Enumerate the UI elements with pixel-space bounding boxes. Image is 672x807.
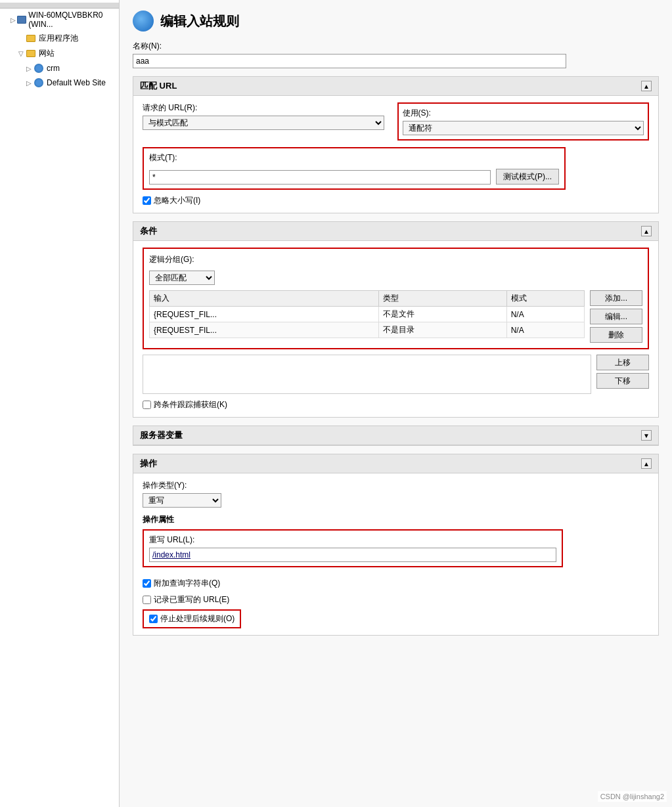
conditions-area: 输入 类型 模式 {REQUEST_FIL... 不是文件 (149, 290, 642, 343)
action-section: 操作 ▲ 操作类型(Y): 重写 操作属性 重写 URL(L): (133, 454, 659, 636)
append-query-label: 附加查询字符串(Q) (154, 578, 220, 589)
arrow-icon (18, 35, 25, 42)
log-rewrite-label: 记录已重写的 URL(E) (154, 594, 229, 605)
request-url-col: 请求的 URL(R): 与模式匹配 (143, 102, 384, 130)
server-icon (16, 14, 27, 25)
action-type-select[interactable]: 重写 (143, 493, 221, 508)
main-content: 编辑入站规则 名称(N): 匹配 URL ▲ 请求的 URL(R): 与模式匹配 (120, 0, 672, 807)
conditions-table: 输入 类型 模式 {REQUEST_FIL... 不是文件 (149, 290, 585, 338)
cell-type: 不是文件 (378, 307, 506, 322)
down-button[interactable]: 下移 (596, 373, 649, 389)
sidebar-item-apppool[interactable]: 应用程序池 (0, 31, 119, 46)
sidebar-item-label: crm (47, 64, 60, 73)
arrow-icon: ▷ (26, 65, 33, 72)
pattern-container: 模式(T): 测试模式(P)... (143, 147, 566, 190)
sidebar-item-label: WIN-60MQLVBBKR0 (WIN... (28, 11, 116, 29)
edit-button[interactable]: 编辑... (590, 309, 642, 324)
sidebar-item-label: Default Web Site (47, 78, 106, 87)
sidebar-item-label: 网站 (39, 48, 55, 59)
server-variables-toggle[interactable]: ▼ (641, 430, 652, 441)
using-select[interactable]: 通配符 (403, 121, 644, 135)
stop-processing-checkbox[interactable] (149, 615, 158, 623)
sidebar-header (0, 3, 119, 9)
cell-input: {REQUEST_FIL... (150, 307, 379, 322)
action-toggle[interactable]: ▲ (641, 458, 652, 469)
match-url-toggle[interactable]: ▲ (641, 81, 652, 91)
watermark: CSDN @lijinshang2 (598, 791, 667, 802)
ignore-case-checkbox[interactable] (143, 196, 151, 205)
pattern-input-row: 测试模式(P)... (149, 169, 559, 185)
action-body: 操作类型(Y): 重写 操作属性 重写 URL(L): (133, 473, 658, 635)
arrow-icon: ▷ (26, 79, 33, 87)
sidebar-item-label: 应用程序池 (39, 33, 78, 44)
match-url-header[interactable]: 匹配 URL ▲ (133, 77, 658, 96)
page-title: 编辑入站规则 (160, 12, 239, 30)
log-rewrite-checkbox[interactable] (143, 596, 151, 604)
sidebar-item-defaultsite[interactable]: ▷ Default Web Site (0, 76, 119, 90)
globe-icon (33, 77, 45, 88)
name-label: 名称(N): (133, 41, 659, 52)
empty-table (143, 355, 591, 394)
name-input[interactable] (133, 54, 566, 68)
sidebar-item-crm[interactable]: ▷ crm (0, 61, 119, 76)
conditions-header[interactable]: 条件 ▲ (133, 222, 658, 241)
server-variables-title: 服务器变量 (140, 429, 183, 441)
action-type-label: 操作类型(Y): (143, 480, 649, 491)
move-buttons: 上移 下移 (596, 355, 649, 394)
rewrite-url-label: 重写 URL(L): (149, 534, 556, 546)
conditions-buttons: 添加... 编辑... 删除 (590, 290, 642, 343)
logical-group-label: 逻辑分组(G): (149, 254, 194, 265)
cell-pattern: N/A (506, 307, 584, 322)
request-url-label: 请求的 URL(R): (143, 102, 384, 114)
conditions-section: 条件 ▲ 逻辑分组(G): 全部匹配 (133, 221, 659, 418)
track-groups-row: 跨条件跟踪捕获组(K) (143, 399, 649, 410)
sidebar-item-server[interactable]: ▷ WIN-60MQLVBBKR0 (WIN... (0, 9, 119, 31)
sidebar-item-website[interactable]: ▽ 网站 (0, 46, 119, 61)
rewrite-url-input[interactable] (149, 548, 556, 562)
server-variables-section: 服务器变量 ▼ (133, 425, 659, 446)
conditions-title: 条件 (140, 225, 157, 237)
col-type: 类型 (378, 291, 506, 307)
cell-input: {REQUEST_FIL... (150, 322, 379, 338)
log-rewrite-row: 记录已重写的 URL(E) (143, 594, 649, 605)
arrow-icon: ▽ (18, 50, 25, 57)
request-url-select[interactable]: 与模式匹配 (143, 116, 384, 130)
rewrite-url-container: 重写 URL(L): (143, 529, 563, 567)
using-label: 使用(S): (403, 108, 644, 119)
track-groups-label: 跨条件跟踪捕获组(K) (154, 399, 227, 410)
name-container: 名称(N): (133, 41, 659, 68)
empty-table-left (143, 355, 591, 394)
folder-icon (25, 49, 37, 59)
append-query-checkbox[interactable] (143, 579, 151, 588)
add-button[interactable]: 添加... (590, 290, 642, 306)
append-query-row: 附加查询字符串(Q) (143, 578, 649, 589)
cell-pattern: N/A (506, 322, 584, 338)
cell-type: 不是目录 (378, 322, 506, 338)
table-row[interactable]: {REQUEST_FIL... 不是文件 N/A (150, 307, 585, 322)
table-row[interactable]: {REQUEST_FIL... 不是目录 N/A (150, 322, 585, 338)
pattern-label: 模式(T): (149, 152, 559, 164)
up-button[interactable]: 上移 (596, 355, 649, 370)
sidebar: ▷ WIN-60MQLVBBKR0 (WIN... 应用程序池 ▽ 网站 ▷ c… (0, 0, 120, 807)
request-url-row: 请求的 URL(R): 与模式匹配 使用(S): 通配符 (143, 102, 649, 141)
action-header[interactable]: 操作 ▲ (133, 454, 658, 473)
page-title-row: 编辑入站规则 (133, 11, 659, 32)
match-url-body: 请求的 URL(R): 与模式匹配 使用(S): 通配符 (133, 96, 658, 213)
delete-button[interactable]: 删除 (590, 327, 642, 343)
arrow-icon: ▷ (11, 16, 16, 24)
track-groups-checkbox[interactable] (143, 401, 151, 409)
pattern-input[interactable] (149, 170, 491, 185)
conditions-toggle[interactable]: ▲ (641, 226, 652, 236)
col-input: 输入 (150, 291, 379, 307)
logical-group-select[interactable]: 全部匹配 (149, 271, 215, 285)
stop-processing-container: 停止处理后续规则(O) (143, 609, 241, 628)
test-pattern-button[interactable]: 测试模式(P)... (496, 169, 559, 185)
server-variables-header[interactable]: 服务器变量 ▼ (133, 426, 658, 445)
page-icon (133, 11, 154, 32)
stop-processing-label: 停止处理后续规则(O) (160, 613, 235, 624)
match-url-section: 匹配 URL ▲ 请求的 URL(R): 与模式匹配 使用(S): (133, 76, 659, 213)
logical-group-row: 逻辑分组(G): (149, 254, 642, 265)
action-type-row: 操作类型(Y): 重写 (143, 480, 649, 508)
using-col: 使用(S): 通配符 (397, 102, 650, 141)
conditions-inner: 逻辑分组(G): 全部匹配 输入 (143, 248, 649, 349)
